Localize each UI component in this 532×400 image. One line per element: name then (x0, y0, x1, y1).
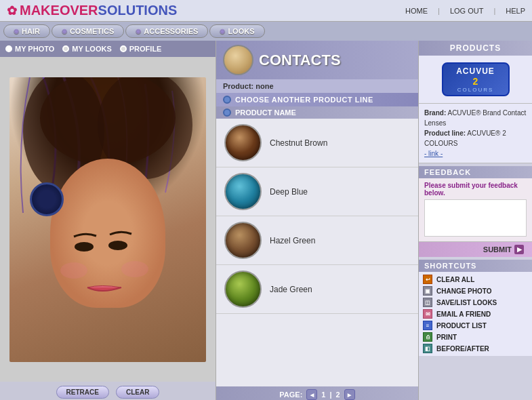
choose-line-icon (223, 96, 231, 104)
feedback-body: Please submit your feedback below. (419, 178, 532, 242)
nav-sep-2: | (493, 7, 495, 15)
chestnut-brown-label: Chestnut Brown (270, 138, 327, 148)
face-area (50, 159, 165, 308)
product-label: Product: (223, 82, 253, 90)
chestnut-brown-lens-image (224, 124, 262, 161)
brand-label: Brand: (424, 109, 446, 117)
before-after-label: BEFORE/AFTER (436, 345, 489, 353)
profile-label: PROFILE (129, 45, 162, 53)
middle-panel: CONTACTS Product: none CHOOSE ANOTHER PR… (216, 41, 419, 400)
logo: ✿ MAKEOVERSOLUTIONS (7, 3, 177, 18)
my-photo-label: MY PHOTO (15, 45, 54, 53)
photo-tabs: MY PHOTO MY LOOKS PROFILE (0, 41, 216, 57)
clear-all-icon: ↩ (423, 275, 432, 284)
feedback-input[interactable] (424, 199, 527, 237)
save-list-looks-shortcut[interactable]: ◫ SAVE/LIST LOOKS (423, 298, 528, 307)
product-bar: Product: none (216, 79, 418, 93)
choose-product-line-bar[interactable]: CHOOSE ANOTHER PRODUCT LINE (216, 93, 418, 106)
logo-makeover: MAKEOVER (20, 3, 98, 18)
tab-cosmetics[interactable]: COSMETICS (52, 24, 124, 38)
submit-arrow-icon: ▶ (514, 245, 524, 254)
list-item[interactable]: Chestnut Brown (216, 119, 418, 167)
tab-accessories[interactable]: ACCESSORIES (125, 24, 208, 38)
submit-button[interactable]: SUBMIT ▶ (419, 242, 532, 257)
print-icon: ⎙ (423, 332, 432, 342)
jade-green-lens-image (224, 271, 262, 308)
product-value: none (255, 82, 273, 90)
change-photo-shortcut[interactable]: ▣ CHANGE PHOTO (423, 286, 528, 296)
profile-radio (120, 45, 127, 52)
tab-hair[interactable]: HAIR (3, 24, 50, 38)
clear-all-label: CLEAR ALL (436, 276, 474, 283)
my-photo-tab[interactable]: MY PHOTO (5, 45, 54, 53)
accessories-tab-label: ACCESSORIES (144, 27, 198, 35)
change-photo-icon: ▣ (423, 286, 432, 296)
cosmetics-tab-label: COSMETICS (70, 27, 114, 35)
contacts-title: CONTACTS (259, 52, 341, 69)
hazel-green-label: Hazel Green (270, 236, 315, 245)
deep-blue-lens-image (224, 173, 262, 210)
product-info: Brand: ACUVUE® Brand Contact Lenses Prod… (419, 104, 532, 163)
list-item[interactable]: Jade Green (216, 265, 418, 314)
help-link[interactable]: HELP (506, 7, 525, 15)
acuvue-colours-label: COLOURS (457, 87, 494, 93)
jade-green-label: Jade Green (270, 285, 312, 294)
submit-label: SUBMIT (483, 245, 512, 254)
print-shortcut[interactable]: ⎙ PRINT (423, 332, 528, 342)
my-looks-radio (62, 45, 69, 52)
next-page-button[interactable]: ► (344, 389, 355, 400)
photo-area (0, 57, 216, 382)
clear-all-shortcut[interactable]: ↩ CLEAR ALL (423, 275, 528, 284)
clear-button[interactable]: CLEAR (116, 386, 159, 399)
product-list-shortcut[interactable]: ≡ PRODUCT LIST (423, 321, 528, 330)
hair-tab-label: HAIR (22, 27, 40, 35)
left-panel: MY PHOTO MY LOOKS PROFILE (0, 41, 216, 400)
photo-buttons: RETRACE CLEAR (0, 382, 216, 400)
page-2[interactable]: 2 (336, 391, 340, 399)
content-area: MY PHOTO MY LOOKS PROFILE (0, 41, 532, 400)
shortcuts-body: ↩ CLEAR ALL ▣ CHANGE PHOTO ◫ SAVE/LIST L… (419, 272, 532, 356)
email-label: EMAIL A FRIEND (436, 311, 491, 318)
before-after-shortcut[interactable]: ◧ BEFORE/AFTER (423, 344, 528, 353)
profile-tab[interactable]: PROFILE (120, 45, 162, 53)
right-panel: PRODUCTS ACUVUE 2 COLOURS Brand: ACUVUE®… (419, 41, 532, 400)
logo-solutions: SOLUTIONS (98, 3, 178, 18)
product-list-header: PRODUCT NAME (216, 106, 418, 119)
list-item[interactable]: Hazel Green (216, 216, 418, 265)
page-sep: | (329, 391, 331, 399)
tab-looks[interactable]: LOOKS (209, 24, 264, 38)
my-looks-tab[interactable]: MY LOOKS (62, 45, 111, 53)
print-label: PRINT (436, 334, 457, 341)
prev-page-button[interactable]: ◄ (306, 389, 317, 400)
retrace-button[interactable]: RETRACE (56, 386, 109, 399)
page-1[interactable]: 1 (321, 391, 325, 399)
feedback-prompt: Please submit your feedback below. (424, 182, 527, 197)
hazel-green-lens-image (224, 222, 262, 259)
shortcuts-section-header: SHORTCUTS (419, 260, 532, 272)
acuvue-brand-name: ACUVUE (456, 66, 495, 76)
hair-decoration (30, 182, 64, 216)
page-label: PAGE: (279, 391, 302, 399)
save-list-icon: ◫ (423, 298, 432, 307)
product-list-title: PRODUCT NAME (235, 108, 296, 117)
choose-line-label: CHOOSE ANOTHER PRODUCT LINE (235, 96, 373, 104)
list-item[interactable]: Deep Blue (216, 167, 418, 216)
product-link[interactable]: - link - (424, 150, 443, 157)
logout-link[interactable]: LOG OUT (450, 7, 484, 15)
page-bar: PAGE: ◄ 1 | 2 ► (216, 386, 418, 400)
deep-blue-label: Deep Blue (270, 187, 308, 197)
feedback-section-header: FEEDBACK (419, 166, 532, 178)
acuvue-2-label: 2 (473, 76, 478, 87)
product-list-label: PRODUCT LIST (436, 322, 487, 329)
top-navigation: HOME | LOG OUT | HELP (405, 7, 525, 15)
product-list-icon: ≡ (423, 321, 432, 330)
acuvue-logo: ACUVUE 2 COLOURS (442, 62, 510, 96)
email-friend-shortcut[interactable]: ✉ EMAIL A FRIEND (423, 309, 528, 319)
change-photo-label: CHANGE PHOTO (436, 287, 492, 295)
email-icon: ✉ (423, 309, 432, 319)
top-bar: ✿ MAKEOVERSOLUTIONS HOME | LOG OUT | HEL… (0, 0, 532, 22)
my-looks-label: MY LOOKS (72, 45, 111, 53)
product-line-label: Product line: (424, 129, 466, 137)
logo-flower-icon: ✿ (7, 3, 17, 18)
home-link[interactable]: HOME (405, 7, 428, 15)
